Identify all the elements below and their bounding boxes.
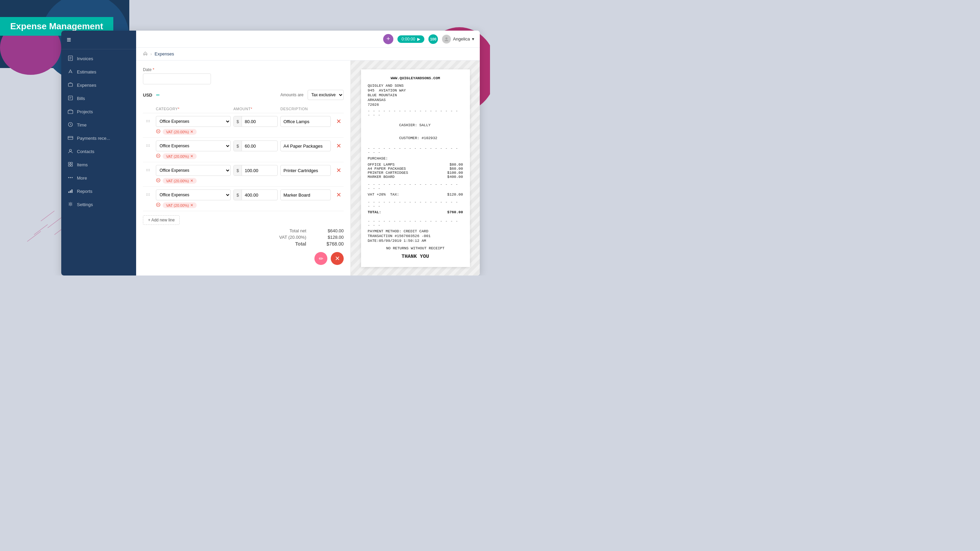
description-input-3[interactable] (280, 189, 331, 200)
svg-line-1 (48, 218, 61, 228)
tax-tag-remove-0[interactable]: ✕ (190, 130, 193, 134)
edit-button[interactable]: ✏ (314, 252, 327, 265)
amount-input-2[interactable] (242, 168, 269, 173)
add-line-button[interactable]: + Add new line (143, 215, 180, 225)
amount-prefix-2: $ (234, 165, 242, 176)
line-item-row: Office Expenses $ ✕ (143, 116, 344, 127)
sidebar-item-projects[interactable]: Projects (61, 105, 136, 118)
category-select-2[interactable]: Office Expenses (156, 165, 231, 176)
receipt-item-price-0: $80.00 (450, 163, 463, 167)
svg-point-59 (147, 195, 147, 195)
sidebar-item-estimates-label: Estimates (77, 69, 96, 75)
tax-icon-0 (156, 129, 161, 135)
projects-icon (67, 108, 73, 115)
receipt-transaction: TRANSACTION #1567603526 -001 (368, 234, 463, 238)
receipt-divider-2: - - - - - - - - - - - - - - - - - - - - … (368, 146, 463, 154)
amount-input-0[interactable] (242, 119, 269, 124)
svg-point-49 (147, 169, 147, 169)
cancel-button[interactable]: ✕ (331, 252, 344, 265)
add-button[interactable]: + (383, 34, 393, 44)
remove-line-button-1[interactable]: ✕ (334, 142, 344, 150)
receipt-company: QUIGLEY AND SONS (368, 84, 463, 88)
sidebar-item-time[interactable]: Time (61, 118, 136, 132)
line-item-row: Office Expenses $ ✕ (143, 140, 344, 151)
sidebar-item-payments[interactable]: Payments rece... (61, 132, 136, 145)
sidebar-item-settings[interactable]: Settings (61, 198, 136, 211)
sidebar-item-settings-label: Settings (77, 202, 93, 207)
total-net-row: Total net $640.00 (290, 228, 344, 233)
svg-point-42 (149, 144, 150, 145)
description-input-2[interactable] (280, 165, 331, 176)
svg-line-6 (27, 231, 41, 241)
drag-icon-3[interactable] (143, 192, 153, 198)
drag-icon-0[interactable] (143, 119, 153, 124)
receipt-cashier-row: CASHIER: SALLY (368, 119, 463, 131)
tax-select[interactable]: Tax exclusive (308, 90, 344, 100)
receipt-purchase-label: PURCHASE: (368, 156, 463, 160)
receipt-thank-you: THANK YOU (368, 254, 463, 259)
sidebar-item-bills[interactable]: Bills (61, 92, 136, 105)
amount-input-3[interactable] (242, 192, 269, 198)
tax-tag-0: VAT (20.00%) ✕ (163, 129, 197, 135)
svg-rect-24 (71, 165, 73, 166)
menu-icon[interactable]: ≡ (67, 35, 71, 44)
amount-wrapper-0: $ (234, 116, 278, 127)
category-select-0[interactable]: Office Expenses (156, 116, 231, 127)
remove-line-button-2[interactable]: ✕ (334, 167, 344, 174)
amount-prefix-0: $ (234, 116, 242, 127)
svg-rect-21 (68, 162, 70, 164)
svg-point-47 (159, 156, 159, 157)
receipt-item-name-2: PRINTER CARTRIDGES (368, 171, 408, 175)
receipt-item-row: OFFICE LAMPS$80.00 (368, 163, 463, 167)
receipt-item-row: A4 PAPER PACKAGES$60.00 (368, 167, 463, 171)
svg-point-63 (159, 205, 159, 206)
date-input[interactable] (143, 73, 211, 84)
timer-value: 0:00:00 (401, 37, 415, 41)
svg-point-41 (147, 144, 147, 145)
currency-edit-icon[interactable]: ✏ (156, 92, 160, 98)
remove-line-button-3[interactable]: ✕ (334, 191, 344, 198)
tax-icon-1 (156, 153, 161, 159)
category-select-1[interactable]: Office Expenses (156, 140, 231, 151)
user-menu[interactable]: Angelica ▾ (442, 35, 474, 43)
sidebar-item-expenses[interactable]: Expenses (61, 79, 136, 92)
description-input-0[interactable] (280, 116, 331, 127)
receipt-address2: BLUE MOUNTAIN (368, 93, 463, 97)
line-item-row: Office Expenses $ ✕ (143, 165, 344, 176)
timer-button[interactable]: 0:00:00 ▶ (398, 35, 424, 43)
sidebar-item-reports-label: Reports (77, 189, 92, 194)
app-window: ≡ Invoices Estimates Expenses (61, 30, 480, 275)
total-net-label: Total net (290, 228, 306, 233)
drag-icon-1[interactable] (143, 143, 153, 149)
sidebar-item-contacts[interactable]: Contacts (61, 145, 136, 158)
receipt-vat-row: VAT +20% TAX: $120.00 (368, 192, 463, 197)
sidebar-item-more[interactable]: More (61, 171, 136, 185)
sidebar-item-reports[interactable]: Reports (61, 185, 136, 198)
tax-tag-row-2: VAT (20.00%) ✕ (156, 178, 344, 184)
category-select-3[interactable]: Office Expenses (156, 189, 231, 200)
drag-icon-2[interactable] (143, 168, 153, 173)
sidebar-item-invoices[interactable]: Invoices (61, 52, 136, 65)
svg-point-62 (157, 204, 158, 205)
home-breadcrumb[interactable] (143, 51, 148, 57)
receipt-website: WWW.QUIGLEYANDSONS.COM (368, 76, 463, 80)
notification-badge[interactable]: 100 (428, 34, 438, 44)
sidebar-item-estimates[interactable]: Estimates (61, 65, 136, 79)
receipt-datetime: DATE:05/09/2019 1:50:12 AM (368, 239, 463, 243)
tax-tag-remove-3[interactable]: ✕ (190, 203, 193, 208)
sidebar-nav: Invoices Estimates Expenses Bills (61, 49, 136, 275)
description-input-1[interactable] (280, 140, 331, 151)
sidebar-item-items-label: Items (77, 162, 88, 167)
svg-rect-12 (68, 83, 73, 86)
amount-input-1[interactable] (242, 143, 269, 149)
svg-point-31 (70, 203, 72, 205)
tax-tag-remove-1[interactable]: ✕ (190, 154, 193, 159)
time-icon (67, 122, 73, 128)
tax-tag-remove-2[interactable]: ✕ (190, 179, 193, 183)
receipt-no-returns: NO RETURNS WITHOUT RECEIPT (368, 246, 463, 250)
sidebar-item-items[interactable]: Items (61, 158, 136, 171)
grand-total-row: Total $768.00 (295, 241, 344, 246)
svg-point-34 (149, 120, 150, 121)
svg-rect-16 (68, 111, 73, 114)
remove-line-button-0[interactable]: ✕ (334, 118, 344, 125)
